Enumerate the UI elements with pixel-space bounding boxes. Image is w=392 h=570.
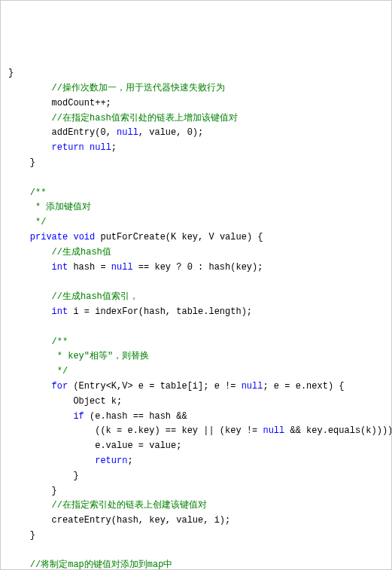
code-token: , value, [138, 127, 187, 138]
code-token [8, 232, 30, 242]
code-token: //操作次数加一，用于迭代器快速失败行为 [52, 83, 225, 93]
code-token: private [30, 232, 68, 242]
code-token: if [73, 411, 84, 422]
code-token: for [52, 381, 68, 392]
code-token [8, 381, 52, 392]
code-token: /** [30, 187, 47, 198]
code-token: , [106, 127, 117, 138]
code-token [8, 456, 95, 466]
code-token: == key ? [133, 262, 187, 273]
code-token: (e.hash == hash && [84, 411, 187, 422]
code-token: //在指定hash值索引处的链表上增加该键值对 [52, 113, 238, 123]
code-token: */ [8, 366, 68, 376]
code-token: ; [111, 142, 117, 153]
code-token: /** [52, 337, 68, 347]
code-token [8, 500, 52, 511]
code-token: //在指定索引处的链表上创建该键值对 [52, 500, 207, 511]
code-token: Object k; [8, 396, 122, 407]
code-token [8, 306, 52, 317]
code-token [8, 187, 30, 198]
code-token: return [95, 456, 127, 466]
code-token [8, 559, 30, 570]
code-token: addEntry( [8, 127, 100, 138]
code-token: 0 [187, 127, 193, 138]
code-token: (Entry<K,V> e = table[i]; e != [68, 381, 241, 392]
code-token [8, 83, 52, 93]
code-token: null [111, 262, 133, 273]
code-token: 0 [100, 127, 105, 138]
code-token: null [242, 381, 263, 392]
code-token: createEntry(hash, key, value, i); [8, 515, 230, 526]
code-token: ; [127, 456, 132, 466]
code-token [8, 337, 52, 347]
code-token [84, 142, 90, 153]
code-token [8, 545, 14, 556]
code-token [8, 291, 52, 302]
code-block: } //操作次数加一，用于迭代器快速失败行为 modCount++; //在指定… [8, 66, 384, 570]
code-token: null [117, 127, 138, 138]
code-token: //将制定map的键值对添加到map中 [30, 559, 173, 570]
code-token: } [8, 486, 57, 496]
code-token: //生成hash值索引， [52, 291, 138, 302]
code-token: modCount++; [8, 98, 111, 108]
code-token: null [263, 425, 284, 436]
code-token: hash = [68, 262, 111, 273]
code-token: //生成hash值 [52, 247, 111, 258]
code-token: } [8, 471, 79, 481]
code-token: return [52, 142, 84, 153]
code-token: e.value = value; [8, 440, 181, 451]
code-token [8, 411, 73, 422]
code-token [8, 322, 14, 332]
code-token: : hash(key); [193, 262, 263, 273]
code-token: int [52, 262, 68, 273]
code-token [8, 276, 14, 287]
code-token: ); [193, 127, 203, 138]
code-token: } [8, 68, 14, 78]
code-token: i = indexFor(hash, table.length); [68, 306, 252, 317]
code-token: ; e = e.next) { [263, 381, 344, 392]
code-token: * 添加键值对 [8, 202, 91, 212]
code-token: } [8, 530, 35, 541]
code-token: && key.equals(k)))) { [284, 425, 392, 436]
code-token: */ [8, 217, 46, 227]
code-token: ((k = e.key) == key || (key != [8, 425, 263, 436]
code-token: int [52, 306, 68, 317]
code-token [8, 247, 52, 258]
code-token: void [73, 232, 95, 242]
code-token [8, 113, 52, 123]
code-token [8, 172, 14, 183]
code-token [8, 142, 52, 153]
code-token: * key"相等"，则替换 [8, 351, 149, 361]
code-token: 0 [187, 262, 193, 273]
code-token: putForCreate(K key, V value) { [95, 232, 263, 242]
code-token: null [90, 142, 111, 153]
code-token: } [8, 157, 35, 168]
code-token [8, 262, 52, 273]
